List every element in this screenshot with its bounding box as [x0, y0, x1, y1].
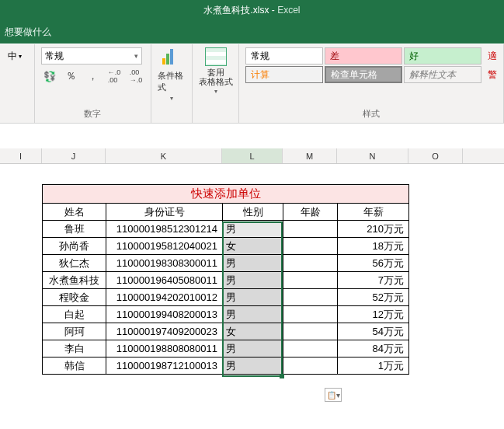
- app-name: Excel: [277, 5, 300, 16]
- style-explanatory[interactable]: 解释性文本: [404, 66, 481, 83]
- alignment-group: 中▾: [0, 44, 35, 123]
- style-warning-partial[interactable]: 適: [483, 47, 497, 65]
- header-age[interactable]: 年龄: [283, 204, 338, 221]
- header-salary[interactable]: 年薪: [338, 204, 409, 221]
- comma-format-button[interactable]: ，: [84, 68, 101, 85]
- data-table: 快速添加单位 姓名 身份证号 性别 年龄 年薪 鲁班11000019851230…: [42, 184, 409, 375]
- table-row: 鲁班110000198512301214男210万元: [43, 221, 409, 238]
- style-bad[interactable]: 差: [325, 47, 402, 65]
- number-format-combo[interactable]: 常规 ▾: [41, 47, 142, 65]
- number-group: 常规 ▾ 💱 ％ ， ←.0.00 .00→.0 数字: [35, 44, 151, 123]
- title-separator: -: [269, 5, 277, 16]
- group-label-number: 数字: [41, 106, 144, 120]
- conditional-format-icon: [161, 47, 182, 68]
- fill-handle[interactable]: [280, 374, 284, 378]
- accounting-format-button[interactable]: 💱: [41, 68, 58, 85]
- chevron-down-icon: ▾: [170, 95, 173, 102]
- group-label-alignment: [6, 118, 28, 120]
- table-row: 白起110000199408200013男12万元: [43, 306, 409, 323]
- conditional-format-label: 条件格式: [158, 70, 186, 93]
- paste-options-icon[interactable]: 📋▾: [325, 388, 342, 402]
- table-row: 韩信110000198712100013男1万元: [43, 358, 409, 375]
- format-as-table-group: 套用 表格格式 ▾: [193, 44, 239, 123]
- column-headers: I J K L M N O: [0, 148, 504, 164]
- table-row: 狄仁杰110000198308300011男56万元: [43, 255, 409, 272]
- number-format-value: 常规: [45, 50, 64, 63]
- col-header-M[interactable]: M: [283, 148, 337, 163]
- title-bar: 水煮鱼科技.xlsx - Excel: [0, 0, 504, 20]
- header-gender[interactable]: 性别: [223, 204, 283, 221]
- table-row: 程咬金110000194202010012男52万元: [43, 289, 409, 306]
- chevron-down-icon: ▾: [134, 52, 138, 60]
- decrease-decimal-button[interactable]: .00→.0: [127, 68, 144, 85]
- conditional-format-button[interactable]: 条件格式 ▾: [158, 47, 186, 102]
- header-id[interactable]: 身份证号: [106, 204, 223, 221]
- ribbon: 想要做什么 中▾ 常规 ▾ 💱 ％ ， ←.0.00 .00→.0 数字: [0, 20, 504, 124]
- table-title[interactable]: 快速添加单位: [43, 185, 409, 204]
- table-row: 孙尚香110000195812040021女18万元: [43, 238, 409, 255]
- percent-format-button[interactable]: ％: [63, 68, 80, 85]
- conditional-format-group: 条件格式 ▾: [151, 44, 193, 123]
- chevron-down-icon: ▾: [19, 53, 22, 60]
- format-as-table-button[interactable]: 套用 表格格式 ▾: [199, 47, 232, 102]
- workbook-name: 水煮鱼科技.xlsx: [203, 5, 269, 16]
- style-normal[interactable]: 常规: [245, 47, 323, 65]
- style-warning-partial2[interactable]: 警: [483, 66, 497, 83]
- col-header-N[interactable]: N: [337, 148, 408, 163]
- tell-me-field[interactable]: 想要做什么: [5, 26, 51, 39]
- table-row: 水煮鱼科技110000196405080011男7万元: [43, 272, 409, 289]
- worksheet-area[interactable]: I J K L M N O 快速添加单位 姓名 身份证号 性别 年龄 年薪 鲁班…: [0, 124, 504, 429]
- cell-styles-group: 常规 差 好 適 计算 检查单元格 解释性文本 警 样式: [239, 44, 504, 123]
- col-header-L[interactable]: L: [222, 148, 283, 163]
- col-header-I[interactable]: I: [0, 148, 42, 163]
- col-header-K[interactable]: K: [106, 148, 222, 163]
- col-header-O[interactable]: O: [408, 148, 463, 163]
- format-as-table-label: 套用 表格格式: [199, 68, 233, 86]
- ribbon-tabs-row: 想要做什么: [0, 20, 504, 44]
- table-icon: [205, 47, 227, 66]
- merge-center-button[interactable]: 中▾: [6, 47, 23, 65]
- table-row: 阿珂110000197409200023女54万元: [43, 323, 409, 340]
- style-good[interactable]: 好: [404, 47, 481, 65]
- chevron-down-icon: ▾: [214, 88, 217, 95]
- table-row: 李白110000198808080011男84万元: [43, 340, 409, 358]
- increase-decimal-button[interactable]: ←.0.00: [106, 68, 123, 85]
- col-header-J[interactable]: J: [42, 148, 106, 163]
- style-check-cell[interactable]: 检查单元格: [325, 66, 402, 83]
- style-calculation[interactable]: 计算: [245, 66, 323, 83]
- group-label-styles: 样式: [245, 106, 497, 120]
- header-name[interactable]: 姓名: [43, 204, 106, 221]
